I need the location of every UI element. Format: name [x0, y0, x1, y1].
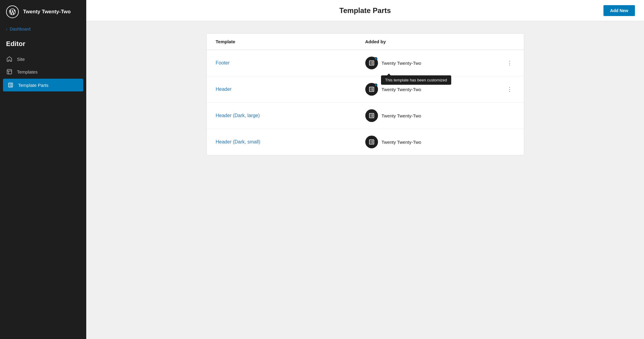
customized-dot [374, 84, 377, 87]
chevron-left-icon: ‹ [6, 27, 7, 31]
col-added-by-header: Added by [365, 39, 515, 44]
added-by-cell-header: Twenty Twenty-Two ⋮ [365, 83, 515, 96]
svg-rect-0 [7, 70, 12, 74]
home-icon [6, 56, 13, 62]
theme-icon-header [365, 83, 378, 96]
content-area: Template Added by Footer Twenty Twenty-T… [86, 21, 644, 339]
template-parts-table: Template Added by Footer Twenty Twenty-T… [206, 33, 524, 155]
row-actions-header[interactable]: ⋮ [504, 85, 515, 94]
main-content: Template Parts Add New Template Added by… [86, 0, 644, 339]
table-header: Template Added by [207, 34, 524, 50]
sidebar-item-templates[interactable]: Templates [0, 65, 86, 78]
col-template-header: Template [216, 39, 365, 44]
site-title: Twenty Twenty-Two [23, 9, 71, 15]
customized-tooltip: This template has been customized [381, 75, 452, 85]
page-title: Template Parts [339, 6, 391, 15]
dashboard-link[interactable]: ‹ Dashboard [0, 24, 86, 37]
template-link-header-dark-small[interactable]: Header (Dark, small) [216, 139, 365, 145]
table-row: Header (Dark, small) Twenty Twenty-Two [207, 129, 524, 155]
theme-name-header-dark-large: Twenty Twenty-Two [382, 113, 421, 118]
template-link-header[interactable]: Header [216, 87, 365, 92]
theme-name-footer: Twenty Twenty-Two [382, 61, 421, 66]
added-by-cell-footer: Twenty Twenty-Two ⋮ This template has be… [365, 57, 515, 69]
theme-name-header-dark-small: Twenty Twenty-Two [382, 140, 421, 145]
table-row: Header Twenty Twenty-Two ⋮ [207, 76, 524, 103]
wp-logo-icon [6, 5, 19, 18]
sidebar: Twenty Twenty-Two ‹ Dashboard Editor Sit… [0, 0, 86, 339]
add-new-button[interactable]: Add New [603, 5, 635, 16]
added-by-cell-header-dark-small: Twenty Twenty-Two [365, 136, 515, 148]
template-link-header-dark-large[interactable]: Header (Dark, large) [216, 113, 365, 118]
row-actions-footer[interactable]: ⋮ [504, 58, 515, 67]
sidebar-item-template-parts[interactable]: Template Parts [3, 79, 83, 91]
top-bar: Template Parts Add New [86, 0, 644, 21]
table-row: Header (Dark, large) Twenty Twenty-Two [207, 103, 524, 129]
sidebar-item-site-label: Site [17, 57, 25, 62]
template-parts-icon [7, 82, 14, 88]
template-link-footer[interactable]: Footer [216, 60, 365, 66]
theme-icon-footer [365, 57, 378, 69]
customized-dot [374, 57, 377, 60]
dashboard-link-label: Dashboard [10, 27, 31, 31]
theme-icon-header-dark-small [365, 136, 378, 148]
templates-icon [6, 68, 13, 75]
added-by-cell-header-dark-large: Twenty Twenty-Two [365, 109, 515, 122]
editor-label: Editor [0, 37, 86, 53]
sidebar-item-templates-label: Templates [17, 69, 38, 74]
sidebar-item-template-parts-label: Template Parts [18, 83, 48, 88]
theme-name-header: Twenty Twenty-Two [382, 87, 421, 92]
table-row: Footer Twenty Twenty-Two ⋮ This template… [207, 50, 524, 76]
sidebar-item-site[interactable]: Site [0, 53, 86, 65]
theme-icon-header-dark-large [365, 109, 378, 122]
sidebar-header: Twenty Twenty-Two [0, 0, 86, 24]
